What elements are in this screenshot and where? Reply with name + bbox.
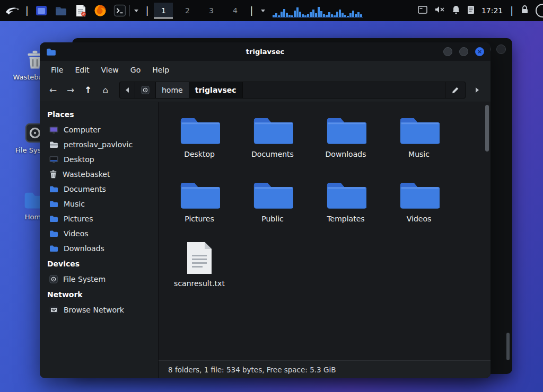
chevron-down-icon [134, 10, 138, 12]
breadcrumb-home[interactable]: home [156, 82, 189, 98]
menu-view[interactable]: View [95, 63, 125, 77]
file-item-label: Desktop [184, 150, 215, 158]
pager-dropdown-button[interactable] [258, 3, 268, 18]
scrollbar-thumb[interactable] [485, 105, 489, 152]
file-manager-window: triglavsec × File Edit View Go Help ← → … [40, 42, 491, 378]
maximize-button[interactable] [459, 47, 468, 56]
text-editor-launcher[interactable] [73, 3, 88, 18]
file-item-music[interactable]: Music [382, 110, 456, 174]
sidebar: Places Computer petroslav_pavlovic Deskt… [40, 102, 159, 378]
window-titlebar[interactable]: triglavsec × [40, 42, 491, 61]
file-item-downloads[interactable]: Downloads [309, 110, 382, 174]
sidebar-item-label: Desktop [64, 155, 94, 164]
kali-menu-icon[interactable] [5, 3, 20, 18]
firefox-icon [94, 4, 107, 17]
audio-muted-icon[interactable] [434, 5, 445, 16]
sidebar-item-file-system[interactable]: File System [40, 272, 158, 287]
file-grid: Desktop Documents Downloads Music Pictur… [159, 102, 491, 360]
app-window-launcher[interactable] [34, 3, 49, 18]
tray-overflow-icon[interactable] [536, 4, 543, 17]
file-item-pictures[interactable]: Pictures [163, 174, 236, 239]
hard-drive-icon [141, 86, 150, 94]
sidebar-item-computer[interactable]: Computer [40, 122, 158, 137]
sidebar-header-network: Network [40, 287, 158, 302]
file-item-label: Public [261, 215, 283, 223]
workspace-4[interactable]: 4 [225, 3, 244, 19]
panel-separator: | [25, 6, 29, 15]
folder-icon [49, 200, 58, 208]
path-bar: home triglavsec [119, 82, 466, 99]
file-item-label: Videos [407, 215, 432, 223]
terminal-icon [113, 4, 126, 17]
file-item-public[interactable]: Public [236, 174, 309, 239]
folder-icon [398, 174, 440, 210]
sidebar-item-user-home[interactable]: petroslav_pavlovic [40, 137, 158, 152]
sidebar-item-label: Browse Network [64, 306, 124, 314]
sidebar-item-browse-network[interactable]: Browse Network [40, 302, 158, 317]
minimize-button[interactable] [443, 47, 452, 56]
hard-drive-icon [49, 275, 58, 283]
tray-terminal-icon[interactable] [418, 6, 427, 16]
sidebar-item-label: Wastebasket [63, 170, 110, 179]
file-item-templates[interactable]: Templates [309, 174, 382, 239]
folder-icon [252, 110, 293, 146]
clock[interactable]: 17:21 [481, 6, 503, 15]
file-view: Desktop Documents Downloads Music Pictur… [159, 102, 491, 378]
clipboard-icon[interactable] [467, 5, 475, 16]
file-item-scanresult[interactable]: scanresult.txt [163, 239, 236, 304]
desktop-icon [49, 156, 58, 164]
path-edit-button[interactable] [445, 82, 465, 98]
sidebar-item-downloads[interactable]: Downloads [40, 241, 158, 256]
terminal-launcher[interactable] [112, 3, 127, 18]
file-item-desktop[interactable]: Desktop [163, 110, 236, 174]
network-icon [49, 306, 58, 314]
menu-file[interactable]: File [45, 63, 69, 77]
cpu-graph[interactable] [273, 4, 363, 17]
terminal-dropdown-button[interactable] [132, 3, 141, 18]
forward-button[interactable]: → [63, 82, 78, 98]
menu-edit[interactable]: Edit [69, 63, 95, 77]
user-home-icon [49, 141, 58, 148]
sidebar-item-music[interactable]: Music [40, 197, 158, 211]
firefox-launcher[interactable] [93, 3, 108, 18]
up-button[interactable]: ↑ [80, 82, 96, 98]
computer-icon [49, 126, 58, 134]
close-button[interactable]: × [475, 47, 484, 56]
path-scroll-left-button[interactable] [120, 82, 135, 98]
background-window-button[interactable] [496, 44, 506, 54]
sidebar-item-videos[interactable]: Videos [40, 226, 158, 241]
file-item-label: Downloads [326, 150, 366, 158]
file-item-label: Music [408, 150, 430, 158]
workspace-2[interactable]: 2 [178, 3, 197, 19]
notifications-bell-icon[interactable] [452, 5, 460, 16]
sidebar-item-desktop[interactable]: Desktop [40, 152, 158, 167]
sidebar-item-wastebasket[interactable]: Wastebasket [40, 167, 158, 182]
kali-dragon-logo [5, 5, 20, 16]
menu-go[interactable]: Go [125, 63, 146, 77]
sidebar-item-label: Computer [64, 126, 101, 134]
back-button[interactable]: ← [45, 82, 61, 98]
breadcrumb-triglavsec[interactable]: triglavsec [189, 82, 243, 98]
chevron-right-icon [476, 87, 479, 93]
sidebar-item-pictures[interactable]: Pictures [40, 211, 158, 226]
pencil-icon [451, 86, 459, 94]
sidebar-header-places: Places [40, 106, 158, 122]
workspace-3[interactable]: 3 [202, 3, 221, 19]
screen-lock-icon[interactable] [521, 5, 529, 16]
file-item-documents[interactable]: Documents [236, 110, 309, 174]
home-button[interactable]: ⌂ [98, 82, 113, 98]
workspace-1[interactable]: 1 [154, 3, 173, 19]
path-scroll-right-button[interactable] [469, 82, 485, 98]
menu-help[interactable]: Help [146, 63, 175, 77]
file-manager-launcher[interactable] [54, 3, 68, 18]
folder-icon [49, 185, 58, 193]
folder-icon [179, 110, 220, 146]
background-window-scrollbar[interactable] [506, 333, 510, 360]
text-file-icon [186, 239, 213, 275]
path-root-button[interactable] [135, 82, 156, 98]
app-window-icon [35, 4, 48, 17]
file-item-videos[interactable]: Videos [382, 174, 456, 239]
folder-icon [252, 174, 293, 210]
sidebar-item-documents[interactable]: Documents [40, 182, 158, 197]
sidebar-header-devices: Devices [40, 256, 158, 272]
